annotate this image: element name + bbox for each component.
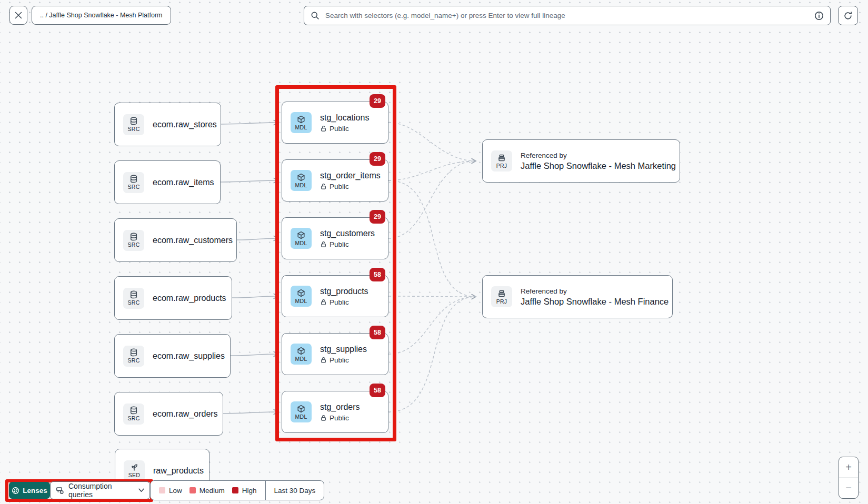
referenced-by-label: Referenced by (521, 152, 676, 159)
source-node-ecom-raw_items[interactable]: SRC ecom.raw_items (114, 160, 221, 204)
zoom-controls: + − (839, 457, 859, 499)
node-name: stg_orders (320, 402, 360, 412)
legend-label-high: High (242, 487, 257, 495)
consumption-queries-icon (56, 486, 64, 495)
project-type-chip: PRJ (491, 286, 512, 307)
node-name: Jaffle Shop Snowflake - Mesh Finance (521, 297, 669, 307)
cube-icon (297, 231, 305, 239)
model-node-stg_orders[interactable]: 58 MDL stg_orders Public (282, 391, 388, 433)
source-type-chip: SRC (123, 346, 144, 367)
source-node-ecom-raw_customers[interactable]: SRC ecom.raw_customers (114, 218, 237, 262)
model-node-stg_locations[interactable]: 29 MDL stg_locations Public (282, 102, 388, 144)
source-type-label: SRC (127, 415, 139, 421)
reference-node-mesh-finance[interactable]: PRJ Referenced by Jaffle Shop Snowflake … (482, 275, 673, 318)
source-node-ecom-raw_orders[interactable]: SRC ecom.raw_orders (114, 392, 223, 436)
source-type-label: SRC (127, 184, 139, 190)
breadcrumb-label: .. / Jaffle Shop Snowflake - Mesh Platfo… (40, 12, 163, 19)
source-type-chip: SRC (123, 172, 144, 193)
model-node-stg_supplies[interactable]: 58 MDL stg_supplies Public (282, 333, 388, 375)
node-name: stg_locations (320, 113, 369, 123)
access-label: Public (330, 125, 349, 133)
model-type-label: MDL (295, 414, 307, 420)
model-type-chip: MDL (291, 401, 312, 422)
model-node-stg_products[interactable]: 58 MDL stg_products Public (282, 275, 388, 317)
search-bar[interactable] (304, 6, 831, 25)
project-type-label: PRJ (496, 298, 507, 305)
search-input[interactable] (324, 11, 814, 20)
query-count-badge: 58 (370, 384, 385, 397)
referenced-by-label: Referenced by (521, 287, 669, 295)
refresh-icon (843, 11, 853, 21)
node-name: ecom.raw_stores (153, 120, 217, 129)
refresh-button[interactable] (838, 6, 858, 25)
project-type-label: PRJ (496, 163, 507, 169)
seed-type-label: SED (128, 472, 141, 478)
model-type-label: MDL (295, 298, 307, 304)
project-archive-icon (497, 154, 506, 162)
access-label: Public (330, 240, 349, 248)
node-name: stg_customers (320, 229, 375, 238)
database-icon (129, 348, 138, 357)
model-node-stg_order_items[interactable]: 29 MDL stg_order_items Public (282, 159, 388, 201)
unlock-icon (320, 241, 327, 248)
reference-node-mesh-marketing[interactable]: PRJ Referenced by Jaffle Shop Snowflake … (482, 139, 680, 183)
breadcrumb[interactable]: .. / Jaffle Shop Snowflake - Mesh Platfo… (32, 6, 171, 25)
lenses-button[interactable]: Lenses (9, 482, 50, 499)
unlock-icon (320, 415, 327, 421)
close-icon (14, 11, 23, 19)
database-icon (129, 233, 138, 241)
zoom-in-button[interactable]: + (839, 457, 858, 478)
lens-legend: Low Medium High (151, 481, 265, 500)
cube-icon (297, 173, 305, 182)
unlock-icon (320, 183, 327, 190)
model-type-label: MDL (295, 182, 307, 188)
query-count-badge: 29 (370, 210, 385, 224)
lineage-canvas[interactable]: .. / Jaffle Shop Snowflake - Mesh Platfo… (0, 0, 868, 504)
model-type-chip: MDL (291, 112, 312, 133)
unlock-icon (320, 299, 327, 306)
plus-icon: + (845, 461, 852, 473)
unlock-icon (320, 357, 327, 364)
source-type-chip: SRC (123, 288, 144, 309)
info-icon[interactable] (814, 11, 824, 21)
node-name: stg_order_items (320, 171, 381, 180)
lens-selector[interactable]: Consumption queries (50, 481, 150, 499)
seedling-icon (130, 463, 138, 471)
node-name: ecom.raw_orders (153, 409, 218, 419)
unlock-icon (320, 125, 327, 132)
zoom-out-button[interactable]: − (839, 478, 858, 499)
model-type-chip: MDL (291, 344, 312, 365)
node-name: Jaffle Shop Snowflake - Mesh Marketing (521, 161, 676, 171)
legend-swatch-low (159, 487, 165, 493)
source-node-ecom-raw_products[interactable]: SRC ecom.raw_products (114, 276, 232, 320)
time-range-label: Last 30 Days (274, 487, 316, 495)
source-type-chip: SRC (123, 230, 144, 251)
model-type-label: MDL (295, 124, 307, 130)
lenses-button-label: Lenses (23, 487, 47, 495)
legend-swatch-high (232, 487, 238, 493)
source-type-label: SRC (127, 357, 139, 364)
source-type-label: SRC (127, 126, 139, 132)
access-label: Public (330, 183, 349, 190)
chevron-down-icon (138, 488, 144, 492)
source-type-chip: SRC (123, 114, 144, 135)
model-type-chip: MDL (291, 286, 312, 307)
query-count-badge: 29 (370, 152, 385, 166)
cube-icon (297, 289, 305, 297)
cube-icon (297, 347, 305, 355)
query-count-badge: 58 (370, 268, 385, 281)
database-icon (129, 290, 138, 299)
model-type-label: MDL (295, 240, 307, 246)
access-label: Public (330, 356, 349, 364)
lens-selected-label: Consumption queries (68, 482, 134, 499)
source-node-ecom-raw_supplies[interactable]: SRC ecom.raw_supplies (114, 334, 231, 378)
source-node-ecom-raw_stores[interactable]: SRC ecom.raw_stores (114, 103, 221, 146)
close-button[interactable] (9, 6, 27, 25)
model-node-stg_customers[interactable]: 29 MDL stg_customers Public (282, 217, 388, 259)
source-type-label: SRC (127, 299, 139, 306)
access-label: Public (330, 414, 349, 422)
source-type-chip: SRC (123, 404, 144, 425)
cube-icon (297, 115, 305, 124)
time-range-button[interactable]: Last 30 Days (265, 481, 324, 500)
query-count-badge: 58 (370, 326, 385, 339)
